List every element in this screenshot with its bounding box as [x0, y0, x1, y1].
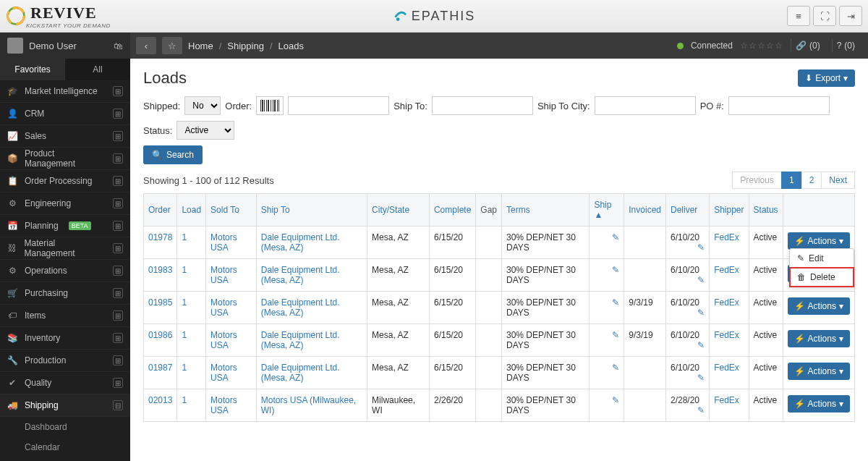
edit-deliver-icon[interactable]: ✎: [697, 242, 705, 253]
shipper-link[interactable]: FedEx: [714, 363, 739, 373]
shipper-link[interactable]: FedEx: [714, 330, 739, 340]
links-pill[interactable]: 🔗(0): [791, 39, 825, 52]
order-input[interactable]: [288, 96, 389, 115]
edit-deliver-icon[interactable]: ✎: [697, 405, 705, 415]
edit-deliver-icon[interactable]: ✎: [697, 340, 705, 350]
shipped-select[interactable]: No: [184, 96, 221, 115]
export-button[interactable]: ⬇Export▾: [798, 69, 855, 87]
shipper-link[interactable]: FedEx: [714, 297, 739, 308]
edit-ship-icon[interactable]: ✎: [612, 265, 619, 275]
expand-icon[interactable]: ⊞: [113, 243, 123, 253]
pager-page-1[interactable]: 1: [781, 172, 802, 189]
expand-icon[interactable]: ⊞: [113, 333, 123, 343]
sidebar-item-market-intelligence[interactable]: 🎓Market Intelligence⊞: [0, 80, 130, 103]
collapse-icon[interactable]: ⊟: [113, 400, 123, 410]
actions-button[interactable]: ⚡Actions ▾: [788, 232, 850, 250]
actions-button[interactable]: ⚡Actions ▾: [788, 297, 850, 315]
expand-icon[interactable]: ⊞: [113, 355, 123, 365]
shipto-link[interactable]: Dale Equipment Ltd. (Mesa, AZ): [261, 297, 340, 318]
expand-icon[interactable]: ⊞: [113, 310, 123, 321]
shipper-link[interactable]: FedEx: [714, 265, 739, 275]
edit-ship-icon[interactable]: ✎: [612, 297, 619, 308]
order-link[interactable]: 01987: [148, 363, 172, 373]
shipper-link[interactable]: FedEx: [714, 395, 739, 405]
expand-icon[interactable]: ⊞: [113, 198, 123, 208]
col-status[interactable]: Status: [749, 194, 783, 227]
actions-button[interactable]: ⚡Actions ▾: [788, 330, 850, 347]
sidebar-item-product-management[interactable]: 📦Product Management⊞: [0, 148, 130, 170]
search-button[interactable]: 🔍Search: [143, 145, 203, 164]
sidebar-sub-dashboard[interactable]: Dashboard: [0, 417, 130, 437]
shipper-link[interactable]: FedEx: [714, 232, 739, 242]
col-complete[interactable]: Complete: [429, 194, 475, 227]
shipto-link[interactable]: Motors USA (Milwaukee, WI): [261, 395, 356, 415]
sidebar-item-planning[interactable]: 📅PlanningBETA⊞: [0, 215, 130, 237]
load-link[interactable]: 1: [182, 297, 187, 308]
fullscreen-button[interactable]: ⛶: [813, 6, 836, 26]
crumb-page[interactable]: Loads: [278, 41, 304, 51]
edit-deliver-icon[interactable]: ✎: [697, 373, 705, 383]
edit-ship-icon[interactable]: ✎: [612, 232, 619, 242]
sidebar-item-sales[interactable]: 📈Sales⊞: [0, 125, 130, 148]
soldto-link[interactable]: Motors USA: [210, 265, 237, 285]
shipcity-input[interactable]: [595, 96, 696, 115]
order-link[interactable]: 01986: [148, 330, 172, 340]
crumb-section[interactable]: Shipping: [227, 41, 264, 51]
sidebar-item-production[interactable]: 🔧Production⊞: [0, 350, 130, 372]
col-gap[interactable]: Gap: [476, 194, 502, 227]
shipto-link[interactable]: Dale Equipment Ltd. (Mesa, AZ): [261, 232, 340, 253]
logout-button[interactable]: ⇥: [839, 6, 862, 26]
shipto-input[interactable]: [432, 96, 533, 115]
order-link[interactable]: 01983: [148, 265, 172, 275]
load-link[interactable]: 1: [182, 232, 187, 242]
sidebar-tab-favorites[interactable]: Favorites: [0, 59, 65, 80]
expand-icon[interactable]: ⊞: [113, 221, 123, 231]
shipto-link[interactable]: Dale Equipment Ltd. (Mesa, AZ): [261, 330, 340, 350]
user-panel[interactable]: Demo User 🛍: [0, 33, 130, 59]
col-terms[interactable]: Terms: [502, 194, 590, 227]
expand-icon[interactable]: ⊞: [113, 378, 123, 388]
menu-button[interactable]: ≡: [787, 6, 810, 26]
dropdown-delete[interactable]: 🗑Delete: [790, 268, 854, 287]
pager-page-2[interactable]: 2: [801, 172, 822, 189]
sidebar-item-material-management[interactable]: ⛓Material Management⊞: [0, 237, 130, 260]
expand-icon[interactable]: ⊞: [113, 86, 123, 96]
sidebar-item-inventory[interactable]: 📚Inventory⊞: [0, 327, 130, 350]
edit-deliver-icon[interactable]: ✎: [697, 275, 705, 285]
po-input[interactable]: [728, 96, 830, 115]
sidebar-item-purchasing[interactable]: 🛒Purchasing⊞: [0, 282, 130, 305]
load-link[interactable]: 1: [182, 395, 187, 405]
shipto-link[interactable]: Dale Equipment Ltd. (Mesa, AZ): [261, 363, 340, 383]
actions-button[interactable]: ⚡Actions ▾: [788, 363, 850, 380]
expand-icon[interactable]: ⊞: [113, 109, 123, 119]
expand-icon[interactable]: ⊞: [113, 288, 123, 298]
sidebar-item-engineering[interactable]: ⚙Engineering⊞: [0, 193, 130, 215]
order-link[interactable]: 01985: [148, 297, 172, 308]
soldto-link[interactable]: Motors USA: [210, 363, 237, 383]
col-shipto[interactable]: Ship To: [256, 194, 367, 227]
pager-prev[interactable]: Previous: [732, 172, 782, 189]
soldto-link[interactable]: Motors USA: [210, 297, 237, 318]
sidebar-item-crm[interactable]: 👤CRM⊞: [0, 103, 130, 125]
col-invoiced[interactable]: Invoiced: [624, 194, 666, 227]
soldto-link[interactable]: Motors USA: [210, 232, 237, 253]
edit-ship-icon[interactable]: ✎: [612, 395, 619, 405]
pager-next[interactable]: Next: [821, 172, 855, 189]
back-button[interactable]: ‹: [136, 37, 156, 54]
bag-icon[interactable]: 🛍: [114, 41, 123, 51]
col-shipper[interactable]: Shipper: [710, 194, 749, 227]
edit-ship-icon[interactable]: ✎: [612, 330, 619, 340]
sidebar-sub-calendar[interactable]: Calendar: [0, 437, 130, 457]
expand-icon[interactable]: ⊞: [113, 176, 123, 186]
col-order[interactable]: Order: [144, 194, 177, 227]
order-link[interactable]: 01978: [148, 232, 172, 242]
shipto-link[interactable]: Dale Equipment Ltd. (Mesa, AZ): [261, 265, 340, 285]
edit-ship-icon[interactable]: ✎: [612, 363, 619, 373]
col-soldto[interactable]: Sold To: [206, 194, 257, 227]
soldto-link[interactable]: Motors USA: [210, 395, 237, 415]
col-ship[interactable]: Ship ▲: [590, 194, 624, 227]
order-link[interactable]: 02013: [148, 395, 172, 405]
status-select[interactable]: Active: [176, 121, 234, 140]
actions-button[interactable]: ⚡Actions ▾: [788, 395, 850, 413]
sidebar-tab-all[interactable]: All: [65, 59, 130, 80]
